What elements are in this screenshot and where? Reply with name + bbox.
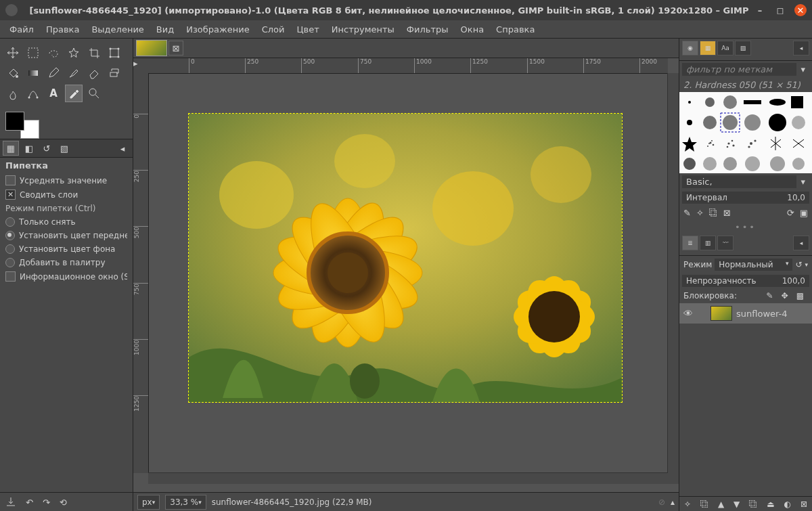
refresh-brush-icon[interactable]: ⟳ xyxy=(787,208,794,218)
layer-item[interactable]: 👁 sunflower-4 xyxy=(679,303,812,324)
soft-proof-icon[interactable]: ▴ xyxy=(671,497,675,507)
mask-icon[interactable]: ◐ xyxy=(784,499,790,509)
layers-list[interactable]: 👁 sunflower-4 xyxy=(679,303,812,496)
delete-brush-icon[interactable]: ⊠ xyxy=(723,208,731,218)
ruler-corner[interactable]: ▸ xyxy=(133,58,149,74)
tab-images[interactable]: ▧ xyxy=(57,141,72,155)
fg-color[interactable] xyxy=(5,112,24,131)
spacing-value[interactable]: 10,0 xyxy=(787,193,805,202)
visibility-icon[interactable]: 👁 xyxy=(683,308,693,319)
menu-filters[interactable]: Фильтры xyxy=(401,22,454,37)
menu-help[interactable]: Справка xyxy=(491,22,540,37)
zoom-selector[interactable]: 33,3 % ▾ xyxy=(165,495,206,510)
unit-selector[interactable]: px ▾ xyxy=(137,495,160,510)
save-preset-icon[interactable] xyxy=(5,496,16,509)
menu-image[interactable]: Изображение xyxy=(181,22,254,37)
path-tool[interactable] xyxy=(24,85,42,102)
tab-history[interactable]: ▨ xyxy=(735,41,751,55)
free-select-tool[interactable] xyxy=(45,44,62,62)
layer-thumbnail[interactable] xyxy=(710,306,732,321)
paintbrush-tool[interactable] xyxy=(65,64,83,82)
tab-tool-options[interactable]: ▦ xyxy=(3,141,19,156)
brush-preset-select[interactable]: Basic, xyxy=(682,175,796,188)
layer-name[interactable]: sunflower-4 xyxy=(736,309,788,319)
delete-icon[interactable]: ↷ xyxy=(43,497,50,508)
layers-tab-menu-icon[interactable]: ◂ xyxy=(793,236,809,250)
image-tab-1[interactable] xyxy=(136,40,167,56)
maximize-button[interactable]: ◻ xyxy=(774,4,786,16)
tab-fonts[interactable]: Aa xyxy=(717,41,734,55)
tab-brushes[interactable]: ◉ xyxy=(682,41,698,55)
menu-color[interactable]: Цвет xyxy=(291,22,324,37)
mode-add-palette[interactable] xyxy=(5,258,15,267)
tab-layers[interactable]: ≣ xyxy=(682,236,698,250)
dock-separator[interactable]: ••• xyxy=(679,221,812,234)
duplicate-layer-icon[interactable]: ⿻ xyxy=(749,499,757,509)
smudge-tool[interactable] xyxy=(4,85,22,102)
canvas[interactable] xyxy=(148,73,668,473)
open-as-image-icon[interactable]: ▣ xyxy=(800,208,808,218)
mode-set-bg[interactable] xyxy=(5,244,15,254)
gradient-tool[interactable] xyxy=(24,64,42,82)
color-swatches[interactable] xyxy=(5,112,39,139)
brushes-tab-menu-icon[interactable]: ◂ xyxy=(793,41,809,55)
scrollbar-horizontal[interactable] xyxy=(148,472,668,484)
measure-tool[interactable] xyxy=(85,85,103,102)
crop-tool[interactable] xyxy=(85,44,103,62)
new-group-icon[interactable]: ⿻ xyxy=(700,499,708,509)
transform-tool[interactable] xyxy=(106,44,123,62)
cancel-icon[interactable]: ⊘ xyxy=(658,497,665,507)
reset-icon[interactable]: ⟲ xyxy=(60,497,67,508)
scrollbar-vertical[interactable] xyxy=(667,73,679,473)
menu-file[interactable]: Файл xyxy=(4,22,39,37)
tab-patterns[interactable]: ▦ xyxy=(700,41,716,55)
duplicate-brush-icon[interactable]: ⿻ xyxy=(709,208,718,218)
ruler-vertical[interactable]: 0 250 500 750 1000 1250 xyxy=(133,73,149,473)
new-brush-icon[interactable]: ✧ xyxy=(696,208,704,218)
merge-down-icon[interactable]: ⏏ xyxy=(767,499,774,509)
navigation-icon[interactable] xyxy=(668,473,679,484)
lock-alpha-icon[interactable]: ▩ xyxy=(792,291,808,301)
tab-paths[interactable]: 〰 xyxy=(717,236,734,250)
menu-view[interactable]: Вид xyxy=(151,22,179,37)
pencil-tool[interactable] xyxy=(45,64,62,82)
close-button[interactable]: ✕ xyxy=(794,4,807,16)
menu-layer[interactable]: Слой xyxy=(256,22,290,37)
menu-select[interactable]: Выделение xyxy=(86,22,149,37)
menu-edit[interactable]: Правка xyxy=(41,22,85,37)
mode-reset-icon[interactable]: ↺ xyxy=(792,260,805,269)
ruler-horizontal[interactable]: 0 250 500 750 1000 1250 1500 1750 2000 xyxy=(148,58,668,74)
blend-mode-select[interactable]: Нормальный xyxy=(719,260,786,269)
mode-set-fg[interactable] xyxy=(5,231,15,240)
tab-channels[interactable]: ▥ xyxy=(700,236,716,250)
merge-checkbox[interactable]: ✕ xyxy=(5,190,16,200)
opacity-value[interactable]: 100,0 xyxy=(782,276,805,286)
chevron-down-icon[interactable]: ▾ xyxy=(796,64,809,74)
avg-checkbox[interactable] xyxy=(5,175,16,185)
info-window-checkbox[interactable] xyxy=(5,271,16,282)
brush-filter-input[interactable]: фильтр по меткам xyxy=(682,63,796,76)
close-tab-icon[interactable]: ⊠ xyxy=(168,41,183,55)
clone-tool[interactable] xyxy=(106,64,123,82)
brush-grid[interactable] xyxy=(679,92,812,173)
restore-icon[interactable]: ↶ xyxy=(26,497,33,508)
tab-device-status[interactable]: ◧ xyxy=(22,141,37,155)
menu-windows[interactable]: Окна xyxy=(455,22,490,37)
tab-undo-history[interactable]: ↺ xyxy=(39,141,54,155)
lock-position-icon[interactable]: ✥ xyxy=(777,291,792,301)
menu-tools[interactable]: Инструменты xyxy=(326,22,400,37)
tab-menu-icon[interactable]: ◂ xyxy=(115,141,130,155)
minimize-button[interactable]: – xyxy=(754,4,766,16)
mode-pick-only[interactable] xyxy=(5,217,15,227)
color-picker-tool[interactable] xyxy=(65,85,83,102)
new-layer-icon[interactable]: ✧ xyxy=(684,499,691,509)
fuzzy-select-tool[interactable] xyxy=(65,44,83,62)
lock-pixels-icon[interactable]: ✎ xyxy=(763,291,777,301)
text-tool[interactable]: A xyxy=(45,85,62,102)
move-tool[interactable] xyxy=(4,44,22,62)
eraser-tool[interactable] xyxy=(85,64,103,82)
edit-brush-icon[interactable]: ✎ xyxy=(683,208,691,218)
bucket-tool[interactable] xyxy=(4,64,22,82)
delete-layer-icon[interactable]: ⊠ xyxy=(800,499,807,509)
chevron-down-icon[interactable]: ▾ xyxy=(796,177,809,187)
